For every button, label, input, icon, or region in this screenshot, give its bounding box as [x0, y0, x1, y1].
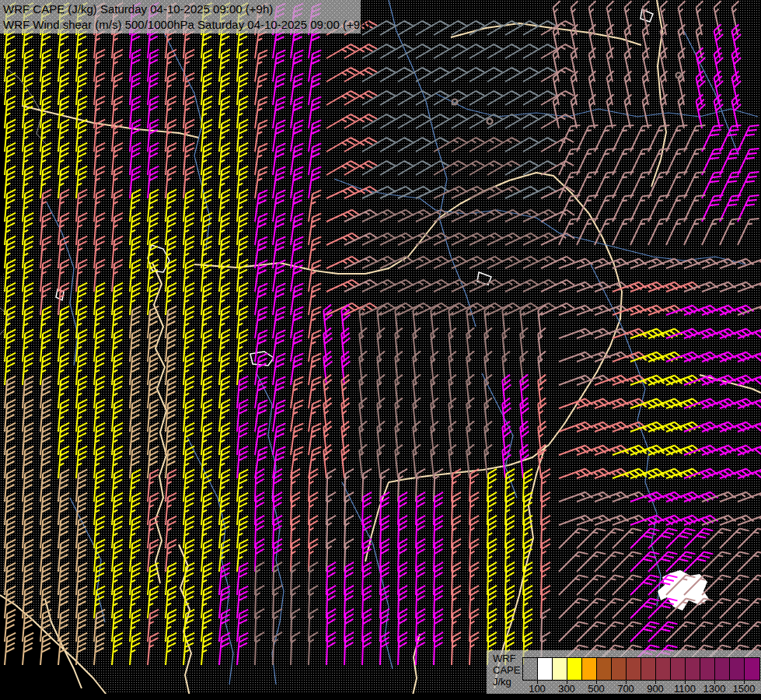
legend-tick-label: 1500 — [733, 683, 756, 695]
wind-barb — [559, 373, 593, 392]
wind-barb — [738, 145, 759, 178]
wind-barb — [309, 376, 321, 410]
wind-barb — [273, 306, 285, 340]
wind-barb — [291, 119, 303, 153]
river-line — [187, 436, 233, 684]
wind-barb — [273, 49, 285, 83]
legend-cell — [656, 658, 671, 680]
legend-cell — [715, 658, 730, 680]
wind-barb — [559, 548, 588, 577]
wind-barb — [326, 135, 359, 159]
legend-tick-label: 700 — [617, 683, 634, 695]
wind-barb — [273, 72, 285, 107]
legend-title-line1: WRF — [493, 653, 520, 664]
wind-barb — [398, 632, 407, 666]
wind-barb — [559, 490, 593, 509]
wind-barb — [309, 96, 321, 130]
wind-barb — [291, 212, 303, 247]
wind-barb — [255, 352, 267, 387]
wind-barb — [326, 65, 359, 89]
wind-barb — [344, 632, 354, 666]
wind-barb — [273, 376, 285, 410]
title-box: WRF CAPE (J/kg) Saturday 04-10-2025 09:0… — [0, 0, 361, 33]
wind-barb — [291, 632, 300, 666]
wind-barb — [291, 166, 303, 200]
wind-barb — [559, 350, 593, 369]
wind-barb — [309, 329, 321, 363]
wind-barb — [309, 399, 321, 433]
wind-barb — [273, 119, 285, 153]
title-line-shear: WRF Wind shear (m/s) 500/1000hPa Saturda… — [3, 17, 358, 33]
wind-barb — [255, 399, 267, 433]
wind-barb — [326, 278, 360, 299]
river-line — [591, 264, 661, 607]
legend-tick-label: 1300 — [703, 683, 726, 695]
wind-barb — [166, 632, 176, 666]
wind-barb — [309, 49, 321, 83]
wind-barb — [291, 49, 303, 83]
wind-barb — [273, 329, 285, 363]
wind-barb — [255, 96, 267, 130]
legend-cell — [582, 658, 597, 680]
wind-barb — [326, 112, 359, 135]
wind-barb — [559, 595, 588, 624]
wind-barb — [112, 632, 123, 666]
wind-barb — [237, 632, 248, 666]
wind-barb — [559, 467, 593, 485]
wind-barb — [273, 166, 285, 200]
wind-barb — [291, 422, 303, 457]
cape-filled-area — [658, 570, 709, 611]
legend-cell — [641, 658, 656, 680]
country-border-line — [152, 263, 166, 583]
wind-barb — [94, 632, 105, 666]
wind-barb — [309, 282, 321, 317]
legend-title-line3: J/kg — [493, 676, 520, 688]
wind-barb — [255, 189, 267, 223]
wind-barb — [738, 168, 759, 201]
title-line-cape: WRF CAPE (J/kg) Saturday 04-10-2025 09:0… — [3, 2, 358, 17]
wind-barb — [291, 446, 303, 480]
legend-cell — [745, 658, 759, 680]
wind-barb — [219, 632, 230, 666]
cape-colorbar — [522, 657, 760, 681]
legend-box: WRF CAPE J/kg 10030050070090011001300150… — [487, 650, 761, 695]
wind-barb — [291, 259, 303, 293]
river-line — [482, 373, 517, 498]
wind-barb — [309, 189, 321, 223]
wind-barb — [273, 422, 285, 457]
wind-barb — [273, 189, 285, 223]
wind-barb — [559, 327, 593, 345]
wind-barb — [559, 513, 593, 532]
wind-barb — [309, 119, 321, 153]
wind-barb — [255, 632, 264, 666]
wind-barb — [326, 89, 359, 112]
cape-contour — [250, 352, 274, 366]
wind-barb — [291, 236, 303, 270]
wind-barb — [273, 632, 282, 666]
wind-barb — [273, 212, 285, 247]
wind-barb — [559, 443, 593, 462]
wind-barb — [326, 632, 336, 666]
wind-barb — [273, 142, 285, 177]
wind-barb — [309, 236, 321, 270]
wind-barb — [326, 231, 360, 252]
legend-cell — [730, 658, 745, 680]
wind-barb — [255, 119, 267, 153]
wind-barb — [255, 282, 267, 317]
wind-barb — [309, 446, 321, 480]
wind-barb — [273, 96, 285, 130]
wind-barb — [326, 42, 359, 65]
wind-barb — [659, 94, 674, 128]
wind-barb — [641, 94, 656, 128]
wind-barb — [309, 259, 321, 293]
wind-barb — [623, 94, 638, 128]
wind-barb — [255, 212, 267, 247]
legend-cell — [686, 658, 700, 680]
bottom-black-strip — [0, 694, 761, 700]
wind-barb — [559, 618, 588, 647]
wind-barb — [738, 121, 759, 155]
wind-barb — [309, 422, 321, 457]
wind-barb — [255, 49, 267, 83]
wind-barb — [76, 632, 87, 666]
legend-tick-label: 300 — [558, 683, 575, 695]
